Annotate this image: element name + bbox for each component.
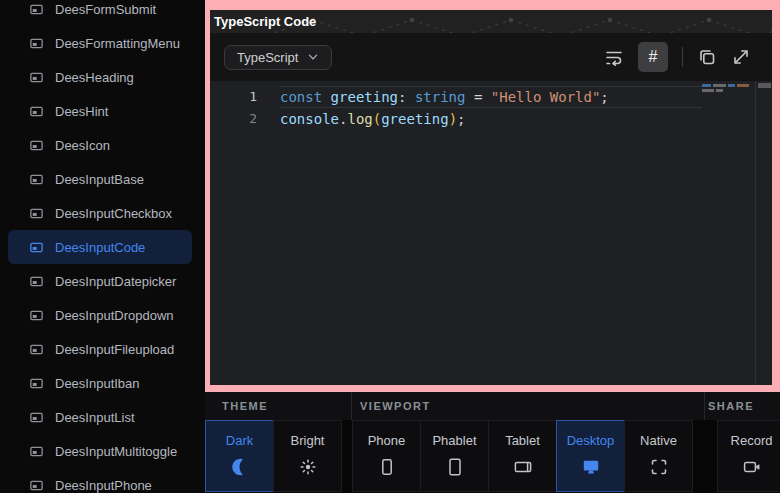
component-widget-icon (29, 104, 44, 119)
code-line-1[interactable]: 1const greeting: string = "Hello World"; (210, 86, 772, 108)
demo-title: TypeScript Code (210, 10, 772, 33)
panel-button-label: Tablet (505, 433, 540, 448)
sidebar-item-label: DeesInputCode (55, 240, 145, 255)
minimap[interactable] (702, 84, 752, 94)
panel-header: THEME VIEWPORT SHARE (205, 392, 780, 420)
tablet-icon (513, 457, 533, 477)
code-input-component: TypeScript (210, 33, 772, 385)
demo-frame: TypeScript Code TypeScript (205, 0, 780, 392)
sidebar-item-deesinputdropdown[interactable]: DeesInputDropdown (8, 298, 192, 332)
sidebar-item-deesinputdatepicker[interactable]: DeesInputDatepicker (8, 264, 192, 298)
sidebar-item-deesinputiban[interactable]: DeesInputIban (8, 366, 192, 400)
component-sidebar: DeesFormSubmitDeesFormattingMenuDeesHead… (0, 0, 205, 493)
sidebar-item-deesinputbase[interactable]: DeesInputBase (8, 162, 192, 196)
line-numbers-toggle-button[interactable]: # (638, 42, 668, 72)
hash-icon: # (649, 48, 658, 66)
sidebar-item-deesicon[interactable]: DeesIcon (8, 128, 192, 162)
record-button[interactable]: Record (717, 420, 780, 492)
demo-wrapper: TypeScript Code TypeScript (210, 10, 772, 385)
sidebar-item-label: DeesHeading (55, 70, 134, 85)
word-wrap-icon[interactable] (604, 47, 624, 67)
sidebar-item-label: DeesInputList (55, 410, 135, 425)
sidebar-item-label: DeesInputPhone (55, 478, 152, 493)
bright-button[interactable]: Bright (273, 420, 342, 492)
sidebar-item-deesinputlist[interactable]: DeesInputList (8, 400, 192, 434)
sidebar-item-deesinputcode[interactable]: DeesInputCode (8, 230, 192, 264)
code-toolbar: TypeScript (210, 33, 772, 81)
copy-icon[interactable] (697, 47, 717, 67)
phablet-icon (445, 457, 465, 477)
phablet-button[interactable]: Phablet (420, 420, 489, 492)
component-widget-icon (29, 240, 44, 255)
moon-icon (230, 457, 250, 477)
header-divider (351, 392, 352, 420)
tablet-button[interactable]: Tablet (488, 420, 557, 492)
component-widget-icon (29, 36, 44, 51)
component-widget-icon (29, 444, 44, 459)
phone-button[interactable]: Phone (352, 420, 421, 492)
sidebar-item-label: DeesFormattingMenu (55, 36, 180, 51)
component-widget-icon (29, 206, 44, 221)
language-select[interactable]: TypeScript (224, 45, 332, 70)
native-button[interactable]: Native (624, 420, 693, 492)
sidebar-item-deesinputmultitoggle[interactable]: DeesInputMultitoggle (8, 434, 192, 468)
panel-buttons: DarkBrightPhonePhabletTabletDesktopNativ… (205, 420, 780, 493)
fullscreen-expand-icon[interactable] (731, 47, 751, 67)
sidebar-item-deesinputfileupload[interactable]: DeesInputFileupload (8, 332, 192, 366)
line-number: 1 (210, 86, 257, 108)
sidebar-item-deesinputcheckbox[interactable]: DeesInputCheckbox (8, 196, 192, 230)
sidebar-item-deeshint[interactable]: DeesHint (8, 94, 192, 128)
language-select-label: TypeScript (237, 50, 298, 65)
sidebar-item-deesformattingmenu[interactable]: DeesFormattingMenu (8, 26, 192, 60)
code-line-2[interactable]: 2console.log(greeting); (210, 108, 772, 130)
sidebar-item-label: DeesInputIban (55, 376, 140, 391)
component-widget-icon (29, 376, 44, 391)
sun-icon (298, 457, 318, 477)
code-lines: 1const greeting: string = "Hello World";… (210, 86, 772, 130)
desktop-icon (581, 457, 601, 477)
native-corners-icon (649, 457, 669, 477)
component-widget-icon (29, 478, 44, 493)
dark-button[interactable]: Dark (205, 420, 274, 492)
sidebar-item-label: DeesInputMultitoggle (55, 444, 177, 459)
panel-button-label: Dark (226, 433, 253, 448)
sidebar-item-deesinputphone[interactable]: DeesInputPhone (8, 468, 192, 493)
component-widget-icon (29, 308, 44, 323)
sidebar-item-label: DeesIcon (55, 138, 110, 153)
sidebar-item-deesformsubmit[interactable]: DeesFormSubmit (8, 0, 192, 26)
viewport-section-label: VIEWPORT (360, 392, 431, 420)
component-widget-icon (29, 274, 44, 289)
header-divider (704, 392, 705, 420)
record-icon (742, 457, 762, 477)
panel-button-label: Bright (291, 433, 325, 448)
editor-scrollbar[interactable] (755, 81, 772, 385)
code-text: console.log(greeting); (280, 108, 466, 130)
theme-section-label: THEME (222, 392, 268, 420)
panel-button-label: Desktop (567, 433, 615, 448)
panel-button-label: Phone (368, 433, 406, 448)
sidebar-item-deesheading[interactable]: DeesHeading (8, 60, 192, 94)
line-number: 2 (210, 108, 257, 130)
sidebar-item-label: DeesInputDropdown (55, 308, 174, 323)
demo-titlebar: TypeScript Code (210, 10, 772, 33)
sidebar-item-label: DeesInputCheckbox (55, 206, 172, 221)
chevron-down-icon (307, 51, 319, 63)
component-widget-icon (29, 342, 44, 357)
phone-icon (377, 457, 397, 477)
panel-button-label: Record (731, 433, 773, 448)
component-widget-icon (29, 70, 44, 85)
scrollbar-thumb[interactable] (758, 83, 771, 88)
desktop-button[interactable]: Desktop (556, 420, 625, 492)
main-area: TypeScript Code TypeScript (205, 0, 780, 493)
code-text: const greeting: string = "Hello World"; (280, 86, 609, 108)
sidebar-item-label: DeesInputDatepicker (55, 274, 176, 289)
sidebar-item-label: DeesHint (55, 104, 108, 119)
code-editor[interactable]: 1const greeting: string = "Hello World";… (210, 81, 772, 385)
sidebar-item-label: DeesInputBase (55, 172, 144, 187)
component-widget-icon (29, 172, 44, 187)
sidebar-item-label: DeesInputFileupload (55, 342, 174, 357)
panel-button-label: Phablet (432, 433, 476, 448)
component-widget-icon (29, 138, 44, 153)
sidebar-list: DeesFormSubmitDeesFormattingMenuDeesHead… (0, 0, 205, 493)
sidebar-item-label: DeesFormSubmit (55, 2, 156, 17)
